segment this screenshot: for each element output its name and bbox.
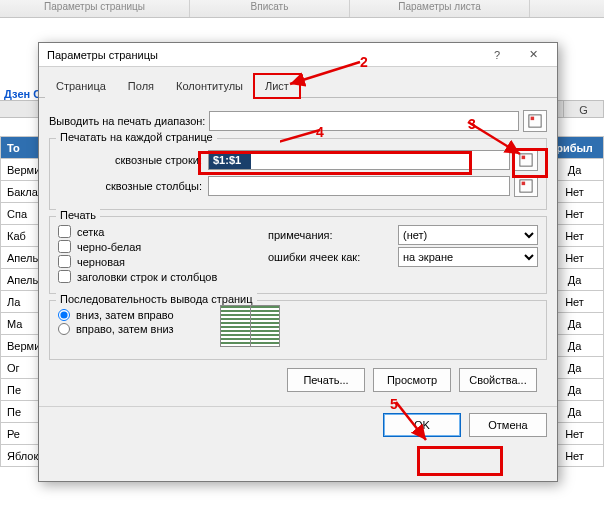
rows-repeat-picker-button[interactable] [514,149,538,171]
tab-page[interactable]: Страница [45,74,117,98]
tab-headerfooter[interactable]: Колонтитулы [165,74,254,98]
preview-button[interactable]: Просмотр [373,368,451,392]
gridlines-checkbox[interactable]: сетка [58,225,258,238]
cols-repeat-label: сквозные столбцы: [58,180,208,192]
print-titles-section: Печатать на каждой странице сквозные стр… [49,138,547,210]
cols-repeat-input[interactable] [208,176,510,196]
cols-repeat-picker-button[interactable] [514,175,538,197]
draft-checkbox[interactable]: черновая [58,255,258,268]
tab-sheet[interactable]: Лист [254,74,300,98]
print-area-picker-button[interactable] [523,110,547,132]
svg-rect-5 [522,182,526,186]
rows-repeat-label: сквозные строки: [58,154,208,166]
rowcol-headers-checkbox[interactable]: заголовки строк и столбцов [58,270,258,283]
print-area-input[interactable] [209,111,519,131]
ribbon-group-sheet-options: Параметры листа [350,0,530,17]
ribbon: Параметры страницы Вписать Параметры лис… [0,0,604,18]
ribbon-group-page-setup: Параметры страницы [0,0,190,17]
page-order-legend: Последовательность вывода страниц [56,293,257,305]
help-icon: ? [494,49,500,61]
print-button[interactable]: Печать... [287,368,365,392]
zen-link[interactable]: Дзен С [4,88,41,100]
errors-label: ошибки ячеек как: [268,251,398,263]
ok-button[interactable]: OK [383,413,461,437]
comments-label: примечания: [268,229,398,241]
order-down-radio[interactable]: вниз, затем вправо [58,309,538,321]
range-picker-icon [519,153,533,167]
svg-rect-1 [531,117,535,121]
rows-repeat-input[interactable] [208,150,510,170]
print-legend: Печать [56,209,100,221]
tab-strip: Страница Поля Колонтитулы Лист [39,67,557,98]
order-across-radio[interactable]: вправо, затем вниз [58,323,538,335]
page-order-section: Последовательность вывода страниц вниз, … [49,300,547,360]
page-setup-dialog: Параметры страницы ? ✕ Страница Поля Кол… [38,42,558,482]
print-area-label: Выводить на печать диапазон: [49,115,209,127]
col-header-g: G [564,101,604,117]
comments-select[interactable]: (нет) [398,225,538,245]
cancel-button[interactable]: Отмена [469,413,547,437]
svg-rect-3 [522,156,526,160]
tab-margins[interactable]: Поля [117,74,165,98]
page-order-preview-icon [220,305,280,347]
close-button[interactable]: ✕ [515,44,551,66]
properties-button[interactable]: Свойства... [459,368,537,392]
range-picker-icon [528,114,542,128]
bw-checkbox[interactable]: черно-белая [58,240,258,253]
dialog-title: Параметры страницы [45,49,479,61]
titlebar[interactable]: Параметры страницы ? ✕ [39,43,557,67]
ribbon-group-fit: Вписать [190,0,350,17]
print-section: Печать сетка черно-белая черновая заголо… [49,216,547,294]
errors-select[interactable]: на экране [398,247,538,267]
print-titles-legend: Печатать на каждой странице [56,131,217,143]
range-picker-icon [519,179,533,193]
help-button[interactable]: ? [479,44,515,66]
close-icon: ✕ [529,48,538,61]
